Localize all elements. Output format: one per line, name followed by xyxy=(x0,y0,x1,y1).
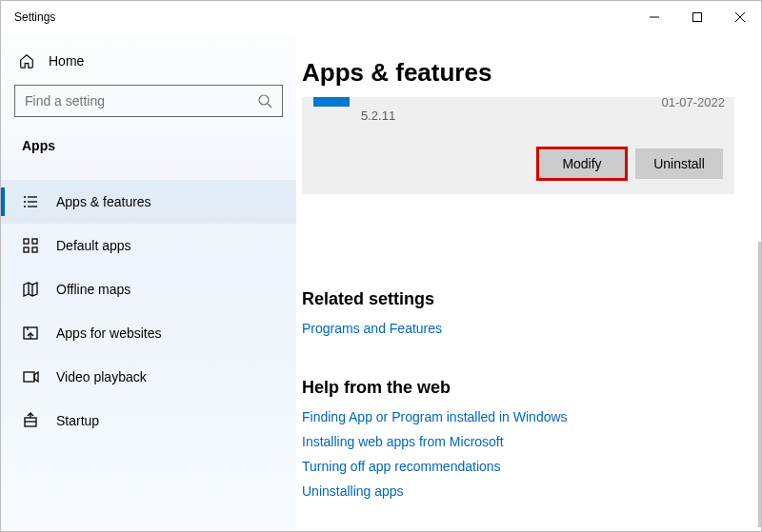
video-playback-icon xyxy=(22,368,39,385)
home-icon xyxy=(18,52,35,69)
window-title: Settings xyxy=(14,10,55,24)
help-link-finding[interactable]: Finding App or Program installed in Wind… xyxy=(302,409,734,424)
uninstall-button[interactable]: Uninstall xyxy=(635,148,723,179)
svg-rect-1 xyxy=(692,13,701,22)
svg-rect-13 xyxy=(32,239,37,244)
sidebar-item-offline-maps[interactable]: Offline maps xyxy=(1,267,296,311)
help-section: Help from the web Finding App or Program… xyxy=(302,378,734,499)
search-icon xyxy=(257,93,272,108)
section-heading: Apps xyxy=(1,130,296,180)
help-link-turning-off[interactable]: Turning off app recommendations xyxy=(302,459,734,474)
help-link-installing[interactable]: Installing web apps from Microsoft xyxy=(302,434,734,449)
offline-maps-icon xyxy=(22,281,39,298)
apps-websites-icon xyxy=(22,325,39,342)
app-thumbnail xyxy=(313,97,350,107)
sidebar-item-label: Video playback xyxy=(56,369,147,384)
sidebar-item-apps-websites[interactable]: Apps for websites xyxy=(1,311,296,355)
search-input-wrapper[interactable] xyxy=(14,85,283,117)
window-controls xyxy=(632,3,761,31)
sidebar-item-apps-features[interactable]: Apps & features xyxy=(1,180,296,224)
related-heading: Related settings xyxy=(302,289,734,309)
apps-features-icon xyxy=(22,193,39,210)
app-date: 01-07-2022 xyxy=(662,95,726,109)
sidebar-item-startup[interactable]: Startup xyxy=(1,399,296,443)
titlebar: Settings xyxy=(1,1,761,33)
close-button[interactable] xyxy=(718,3,761,31)
sidebar: Home Apps Apps & features Default apps O… xyxy=(1,33,296,531)
scrollbar[interactable] xyxy=(758,242,761,527)
page-title: Apps & features xyxy=(302,58,734,88)
minimize-button[interactable] xyxy=(632,3,675,31)
home-label: Home xyxy=(49,53,84,69)
maximize-button[interactable] xyxy=(675,3,718,31)
search-input[interactable] xyxy=(25,93,257,108)
related-settings-section: Related settings Programs and Features xyxy=(302,289,734,336)
svg-rect-15 xyxy=(32,247,37,252)
sidebar-item-label: Apps for websites xyxy=(56,325,162,341)
svg-line-5 xyxy=(268,104,271,108)
sidebar-item-label: Default apps xyxy=(56,238,131,253)
help-heading: Help from the web xyxy=(302,378,734,398)
sidebar-item-label: Startup xyxy=(56,413,99,428)
content: Apps & features 5.2.11 01-07-2022 Modify… xyxy=(296,33,761,531)
home-nav[interactable]: Home xyxy=(1,45,296,77)
startup-icon xyxy=(22,412,39,429)
svg-rect-14 xyxy=(24,247,29,252)
svg-rect-12 xyxy=(24,239,29,244)
app-card[interactable]: 5.2.11 01-07-2022 Modify Uninstall xyxy=(302,97,734,194)
svg-rect-20 xyxy=(24,372,34,382)
default-apps-icon xyxy=(22,237,39,254)
link-programs-features[interactable]: Programs and Features xyxy=(302,321,734,336)
modify-button[interactable]: Modify xyxy=(538,148,626,179)
sidebar-item-default-apps[interactable]: Default apps xyxy=(1,224,296,267)
sidebar-item-label: Offline maps xyxy=(56,282,130,297)
sidebar-item-label: Apps & features xyxy=(56,194,151,209)
svg-point-4 xyxy=(259,95,269,105)
help-link-uninstalling[interactable]: Uninstalling apps xyxy=(302,483,734,499)
app-version: 5.2.11 xyxy=(361,108,395,123)
sidebar-item-video-playback[interactable]: Video playback xyxy=(1,355,296,399)
